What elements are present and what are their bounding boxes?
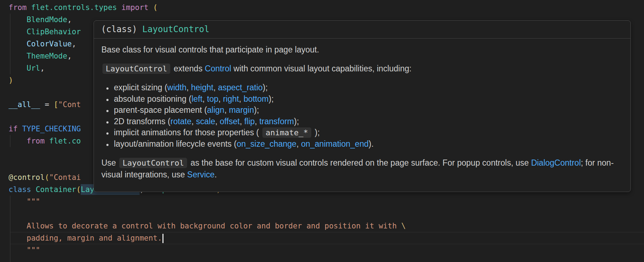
code-token: if (9, 125, 17, 133)
code-token: ClipBehavior (27, 27, 81, 36)
doc-link[interactable]: rotate (170, 117, 191, 126)
doc-text: , (296, 139, 301, 148)
code-line[interactable]: """ (0, 196, 644, 208)
doc-link[interactable]: right (223, 94, 239, 104)
doc-footer: Use LayoutControl as the base for custom… (101, 157, 623, 180)
hover-doc-body: Base class for visual controls that part… (94, 39, 630, 185)
doc-link[interactable]: width (167, 83, 187, 92)
code-token: import (121, 3, 149, 12)
code-token (9, 15, 27, 24)
code-line[interactable] (0, 208, 644, 220)
doc-text: 2D transforms ( (114, 117, 170, 126)
doc-text: ). (368, 139, 373, 148)
code-token: """ (9, 246, 40, 255)
doc-text: , (202, 94, 207, 104)
doc-bullet-list: explicit sizing (width, height, aspect_r… (101, 82, 623, 150)
code-editor[interactable]: from flet.controls.types import ( BlendM… (0, 0, 644, 262)
code-token: TYPE_CHECKING (22, 125, 81, 133)
code-token: "Contai (49, 173, 81, 182)
doc-text: , (239, 94, 243, 104)
doc-bullet-item: explicit sizing (width, height, aspect_r… (113, 82, 623, 94)
code-line[interactable]: from flet.controls.types import ( (0, 1, 644, 14)
code-token: ( (153, 3, 158, 12)
doc-link[interactable]: aspect_ratio (218, 83, 262, 92)
doc-link[interactable]: margin (229, 105, 254, 115)
code-token: Container (36, 185, 76, 194)
doc-text: , (255, 117, 260, 126)
code-token: class (9, 185, 31, 194)
doc-text: Use (101, 158, 118, 167)
code-token: ( (45, 173, 49, 182)
doc-bullet-item: implicit animations for those properties… (113, 127, 623, 138)
doc-text: ); (312, 128, 320, 137)
code-token (9, 137, 27, 145)
doc-link[interactable]: flip (244, 117, 255, 126)
code-token: """ (9, 197, 40, 206)
code-token: Url (27, 64, 40, 72)
doc-text: parent-space placement ( (114, 105, 207, 115)
indent-guide (10, 14, 10, 74)
hover-header: (class) LayoutControl (94, 21, 630, 39)
code-token (17, 125, 22, 133)
doc-intro: Base class for visual controls that part… (101, 44, 623, 55)
code-token: flet.co (49, 137, 81, 145)
code-line[interactable]: Allows to decorate a control with backgr… (0, 220, 644, 232)
doc-text: , (186, 83, 191, 92)
doc-link[interactable]: align (207, 105, 225, 115)
doc-text: absolute positioning ( (114, 94, 191, 104)
hover-symbol-name: LayoutControl (142, 24, 210, 34)
code-token (149, 3, 153, 12)
doc-bullet-item: absolute positioning (left, top, right, … (113, 94, 623, 105)
doc-extends-line: LayoutControl extends Control with commo… (101, 63, 623, 75)
code-token: ( (76, 185, 81, 194)
code-token: ColorValue (27, 40, 72, 48)
code-token (9, 52, 27, 60)
doc-link[interactable]: offset (220, 117, 240, 126)
doc-text: as the base for custom visual controls r… (188, 158, 531, 167)
code-token: , (72, 40, 76, 48)
code-token: padding, margin and alignment. (9, 234, 162, 242)
code-token: __all__ (9, 100, 40, 109)
code-token: \ (401, 222, 406, 230)
doc-text: . (215, 170, 217, 179)
indent-guide (10, 135, 10, 147)
doc-text: , (218, 94, 223, 104)
code-token: ) (9, 76, 13, 85)
code-token: , (40, 64, 45, 72)
doc-bullet-item: layout/animation lifecycle events (on_si… (113, 138, 623, 150)
doc-link[interactable]: on_size_change (237, 139, 297, 148)
doc-link[interactable]: bottom (243, 94, 268, 104)
code-token (9, 27, 27, 36)
doc-text: extends (171, 64, 205, 73)
code-token (31, 185, 36, 194)
doc-link[interactable]: Control (205, 64, 231, 73)
code-token (45, 137, 49, 145)
inline-code-chip: animate_* (262, 127, 311, 138)
doc-link[interactable]: on_animation_end (301, 139, 368, 148)
doc-text: with common visual layout capabilities, … (231, 64, 412, 73)
doc-text: ); (254, 105, 259, 115)
code-token: "Cont (58, 100, 81, 109)
code-token: ThemeMode (27, 52, 67, 60)
code-token: [ (54, 100, 58, 109)
doc-link[interactable]: top (207, 94, 218, 104)
code-token: Allows to decorate a control with backgr… (9, 222, 401, 230)
code-line-current[interactable]: padding, margin and alignment. (0, 232, 644, 244)
doc-link[interactable]: transform (259, 117, 294, 126)
doc-text: , (215, 117, 220, 126)
code-token (117, 3, 121, 12)
doc-bullet-item: 2D transforms (rotate, scale, offset, fl… (113, 116, 623, 127)
code-token (9, 40, 27, 48)
doc-link[interactable]: left (191, 94, 202, 104)
text-cursor (162, 234, 163, 243)
code-line[interactable]: """ (0, 244, 644, 256)
doc-link[interactable]: DialogControl (531, 158, 581, 167)
inline-code-chip: LayoutControl (102, 64, 170, 74)
code-token (27, 3, 31, 12)
code-token: BlendMode (27, 15, 67, 24)
doc-link[interactable]: scale (196, 117, 215, 126)
doc-link[interactable]: Service (187, 170, 215, 179)
doc-link[interactable]: height (191, 83, 213, 92)
doc-bullet-item: parent-space placement (align, margin); (113, 105, 623, 116)
code-token: from (27, 137, 45, 145)
